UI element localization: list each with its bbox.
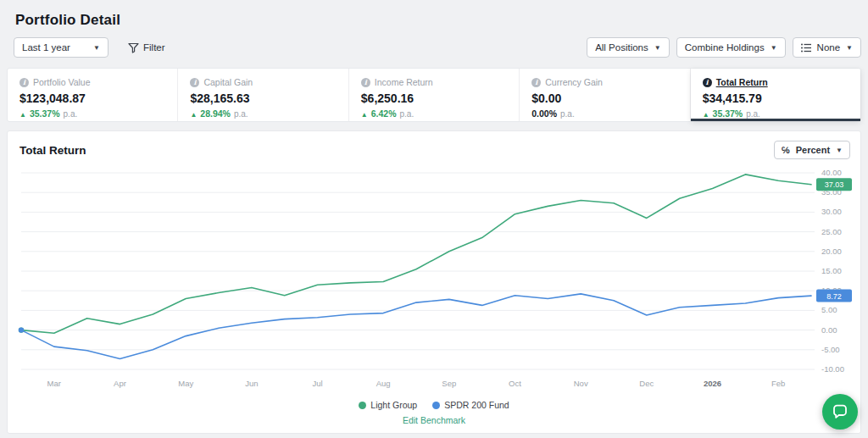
chart-legend: Light Group SPDR 200 Fund [8,400,860,410]
stat-value: $6,250.16 [361,91,507,105]
toolbar-right-group: All Positions ▼ Combine Holdings ▼ None … [587,37,861,58]
chat-fab-button[interactable] [822,394,858,430]
all-positions-label: All Positions [595,42,648,53]
legend-label: Light Group [370,400,417,410]
svg-text:Sep: Sep [442,379,456,388]
svg-text:37.03: 37.03 [825,180,844,189]
stat-change: 35.37% [713,108,743,119]
svg-text:Dec: Dec [639,379,654,388]
stat-value: $34,415.79 [703,91,849,105]
stat-change: 28.94% [200,108,231,119]
stat-suffix: p.a. [560,109,575,119]
up-arrow-icon: ▲ [703,111,709,119]
legend-label: SPDR 200 Fund [444,400,509,410]
grouping-dropdown[interactable]: None ▼ [793,37,861,58]
stat-total-return[interactable]: iTotal Return $34,415.79 ▲35.37%p.a. [691,69,860,121]
portfolio-detail-page: Portfolio Detail Last 1 year ▼ Filter Al… [0,0,868,438]
combine-holdings-dropdown[interactable]: Combine Holdings ▼ [676,37,786,58]
chart-header: Total Return ℅ Percent ▼ [8,131,860,161]
filter-button[interactable]: Filter [120,38,173,58]
page-title: Portfolio Detail [15,12,853,29]
combine-holdings-label: Combine Holdings [685,42,765,53]
grouping-label: None [817,42,841,53]
chevron-down-icon: ▼ [93,44,100,52]
stat-label: Income Return [375,77,433,87]
up-arrow-icon: ▲ [361,111,368,119]
info-icon[interactable]: i [190,78,199,87]
stat-capital-gain[interactable]: iCapital Gain $28,165.63 ▲28.94%p.a. [178,69,348,121]
svg-text:Aug: Aug [376,379,391,388]
chevron-down-icon: ▼ [654,44,661,52]
percent-icon: ℅ [782,145,790,155]
stat-portfolio-value[interactable]: iPortfolio Value $123,048.87 ▲35.37%p.a. [8,69,178,121]
svg-text:-5.00: -5.00 [821,345,840,354]
period-selector-value: Last 1 year [22,42,70,53]
info-icon[interactable]: i [531,78,541,87]
chat-bubble-icon [832,404,849,420]
svg-text:Nov: Nov [574,379,588,388]
stat-suffix: p.a. [746,109,760,119]
svg-text:20.00: 20.00 [821,247,842,256]
stat-label: Total Return [716,77,768,87]
svg-text:25.00: 25.00 [821,227,842,236]
chevron-down-icon: ▼ [846,44,853,52]
series-dot-icon [359,402,366,409]
svg-text:Feb: Feb [771,379,785,388]
list-icon [801,43,811,53]
svg-text:5.00: 5.00 [821,305,837,314]
svg-text:Mar: Mar [47,379,61,388]
stat-value: $123,048.87 [19,91,165,105]
stat-label: Capital Gain [203,77,253,87]
toolbar: Last 1 year ▼ Filter All Positions ▼ Com… [0,34,868,58]
stat-label: Currency Gain [545,77,603,87]
svg-text:Apr: Apr [114,379,126,388]
svg-text:Jul: Jul [312,379,322,388]
filter-label: Filter [143,42,165,53]
legend-item-light-group[interactable]: Light Group [359,400,417,410]
svg-text:-10.00: -10.00 [821,364,844,374]
stat-suffix: p.a. [234,109,248,119]
stat-value: $0.00 [531,91,677,105]
edit-benchmark-link[interactable]: Edit Benchmark [8,415,860,425]
svg-text:40.00: 40.00 [821,168,842,177]
up-arrow-icon: ▲ [19,111,26,119]
svg-text:8.72: 8.72 [826,292,842,301]
svg-text:2026: 2026 [704,379,721,388]
filter-funnel-icon [128,42,139,53]
period-selector[interactable]: Last 1 year ▼ [14,37,108,58]
total-return-chart-card: Total Return ℅ Percent ▼ 40.0035.0030.00… [7,130,861,434]
svg-text:30.00: 30.00 [821,207,842,216]
stat-value: $28,165.63 [190,91,336,105]
stat-suffix: p.a. [400,109,415,119]
up-arrow-icon: ▲ [190,111,197,119]
series-dot-icon [432,402,440,409]
stat-suffix: p.a. [64,109,78,119]
stat-income-return[interactable]: iIncome Return $6,250.16 ▲6.42%p.a. [349,69,520,121]
stat-label: Portfolio Value [33,77,91,87]
total-return-line-chart[interactable]: 40.0035.0030.0025.0020.0015.0010.005.000… [8,161,862,400]
chevron-down-icon: ▼ [771,44,777,52]
stat-change: 6.42% [371,108,397,119]
info-icon[interactable]: i [19,78,29,87]
svg-text:0.00: 0.00 [821,325,837,335]
svg-text:May: May [178,379,193,388]
stat-change: 35.37% [30,108,60,119]
svg-text:Jun: Jun [245,379,258,388]
svg-text:15.00: 15.00 [821,266,842,275]
stat-change: 0.00% [531,108,557,119]
all-positions-dropdown[interactable]: All Positions ▼ [587,37,670,58]
svg-text:Oct: Oct [509,379,521,388]
chevron-down-icon: ▼ [836,147,843,154]
page-header: Portfolio Detail [0,0,868,34]
info-icon[interactable]: i [361,78,370,87]
info-icon[interactable]: i [703,78,712,87]
stats-summary-bar: iPortfolio Value $123,048.87 ▲35.37%p.a.… [7,68,861,122]
unit-toggle-dropdown[interactable]: ℅ Percent ▼ [774,141,850,159]
stat-currency-gain[interactable]: iCurrency Gain $0.00 0.00%p.a. [520,69,690,121]
legend-item-spdr-200-fund[interactable]: SPDR 200 Fund [432,400,509,410]
chart-title: Total Return [19,144,86,157]
unit-toggle-label: Percent [796,145,830,155]
